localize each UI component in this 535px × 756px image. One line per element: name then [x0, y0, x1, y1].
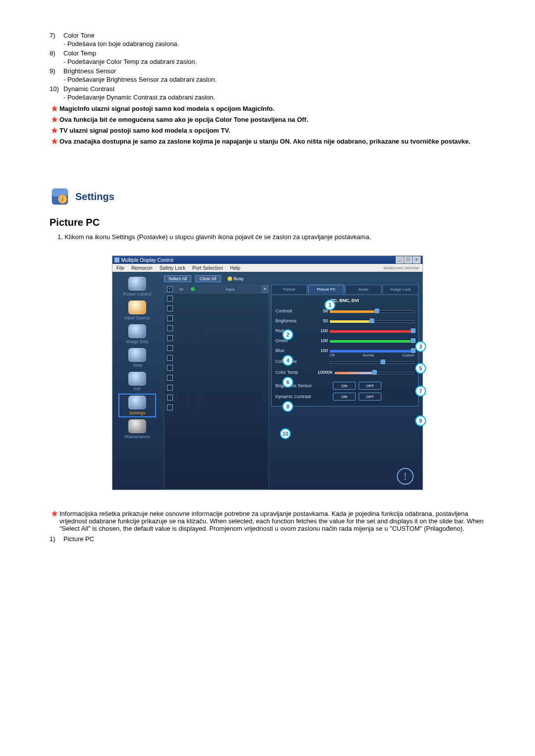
brand-label: SAMSUNG DIGITall [383, 266, 419, 270]
bsensor-off-button[interactable]: OFF [359, 382, 381, 390]
brightness-slider[interactable] [330, 319, 414, 323]
star-icon [50, 105, 59, 113]
colortemp-slider[interactable] [335, 370, 414, 374]
list-desc: - Podešavanje Color Temp za odabrani zas… [63, 58, 490, 65]
table-row[interactable] [164, 313, 268, 323]
input-icon [128, 301, 146, 314]
list-desc: - Podešavanje Brightness Sensor za odabr… [63, 76, 490, 83]
close-button[interactable]: × [413, 256, 421, 263]
grid-header: ID Input ▲ [164, 285, 268, 294]
colortone-slider[interactable]: OffNormalCustom [330, 358, 414, 365]
sidebar-settings[interactable]: Settings [119, 395, 155, 416]
menu-bar: File Remocon Safety Lock Port Selection … [112, 264, 423, 272]
sidebar-pip[interactable]: PIP [119, 371, 155, 393]
picture-pc-heading: Picture PC [50, 217, 490, 228]
callout-4: 4 [282, 355, 293, 366]
sidebar-image-size[interactable]: Image Size [119, 323, 155, 345]
maximize-button[interactable]: □ [404, 256, 412, 263]
checkbox-icon[interactable] [167, 385, 173, 391]
sidebar-input-source[interactable]: Input Source [119, 300, 155, 321]
menu-remocon[interactable]: Remocon [131, 265, 153, 271]
list-item: 8) Color Temp - Podešavanje Color Temp z… [50, 50, 490, 65]
settings-heading: Settings [75, 191, 114, 202]
clear-all-button[interactable]: Clear All [195, 275, 221, 282]
tab-image-lock[interactable]: Image Lock [382, 285, 419, 294]
table-row[interactable] [164, 303, 268, 313]
app-icon [114, 257, 119, 262]
intro-text: 1. Klikom na ikonu Settings (Postavke) u… [57, 233, 490, 241]
callout-5: 5 [415, 363, 426, 374]
svg-text:i: i [62, 196, 63, 203]
panel-body: PC, BNC, DVI Contrast 56 Brightness 50 [271, 295, 419, 406]
tab-picture[interactable]: Picture [271, 285, 307, 294]
table-row[interactable] [164, 323, 268, 333]
minimize-button[interactable]: _ [396, 256, 404, 263]
checkbox-icon[interactable] [167, 365, 173, 371]
checkbox-icon[interactable] [167, 325, 173, 331]
dcontrast-on-button[interactable]: ON [333, 393, 356, 401]
row-red: Red 100 [275, 326, 414, 336]
menu-portselection[interactable]: Port Selection [192, 265, 223, 271]
bsensor-on-button[interactable]: ON [333, 382, 356, 390]
green-slider[interactable] [330, 339, 414, 343]
table-row[interactable] [164, 403, 268, 412]
checkbox-icon[interactable] [167, 345, 173, 351]
red-slider[interactable] [330, 329, 414, 333]
callout-3: 3 [415, 341, 426, 352]
list-item: 10) Dynamic Contrast - Podešavanje Dynam… [50, 85, 490, 101]
checkbox-icon[interactable] [167, 404, 173, 410]
table-row[interactable] [164, 373, 268, 383]
checkbox-icon[interactable] [167, 296, 173, 302]
grid-rows [164, 294, 268, 417]
star-note: MagicInfo ulazni signal postoji samo kod… [50, 105, 490, 113]
checkbox-icon[interactable] [167, 286, 173, 292]
list-num: 7) [50, 32, 63, 48]
power-icon [128, 277, 146, 291]
callout-9: 9 [415, 415, 426, 426]
select-all-button[interactable]: Select All [164, 275, 191, 282]
sidebar-time[interactable]: Time [119, 347, 155, 369]
row-colortone: Color Tone OffNormalCustom [275, 355, 414, 367]
table-row[interactable] [164, 343, 268, 353]
tab-picture-pc[interactable]: Picture PC [308, 285, 344, 294]
window-title: Multiple Display Control [121, 257, 173, 263]
list-num: 10) [50, 85, 63, 101]
busy-indicator: Busy [228, 276, 244, 281]
row-brightness: Brightness 50 [275, 316, 414, 326]
star-icon [50, 116, 59, 124]
table-row[interactable] [164, 393, 268, 403]
screenshot-container: Multiple Display Control _ □ × File Remo… [45, 255, 490, 490]
menu-help[interactable]: Help [230, 265, 240, 271]
blue-slider[interactable] [330, 349, 414, 353]
sidebar-maintenance[interactable]: Maintenance [119, 418, 155, 440]
checkbox-icon[interactable] [167, 355, 173, 361]
list-title: Brightness Sensor [63, 67, 490, 75]
checkbox-icon[interactable] [167, 315, 173, 321]
contrast-slider[interactable] [330, 309, 414, 313]
tab-audio[interactable]: Audio [345, 285, 381, 294]
checkbox-icon[interactable] [167, 305, 173, 311]
grid-col-check[interactable] [164, 285, 176, 293]
scroll-up-icon[interactable]: ▲ [262, 286, 268, 293]
table-row[interactable] [164, 294, 268, 303]
star-note: Ova funkcija bit će omogućena samo ako j… [50, 116, 490, 124]
menu-file[interactable]: File [116, 265, 124, 271]
table-row[interactable] [164, 333, 268, 343]
sidebar: Power Control Input Source Image Size Ti… [112, 272, 162, 490]
table-row[interactable] [164, 383, 268, 393]
checkbox-icon[interactable] [167, 395, 173, 401]
list-item: 7) Color Tone - Podešava ton boje odabra… [50, 32, 490, 48]
star-note: TV ulazni signal postoji samo kod modela… [50, 127, 490, 135]
callout-2: 2 [282, 329, 293, 340]
table-row[interactable] [164, 363, 268, 373]
callout-8: 8 [282, 401, 293, 412]
info-grid: ID Input ▲ [164, 285, 269, 490]
table-row[interactable] [164, 353, 268, 363]
list-title: Dynamic Contrast [63, 85, 490, 93]
checkbox-icon[interactable] [167, 375, 173, 381]
dcontrast-off-button[interactable]: OFF [359, 393, 381, 401]
checkbox-icon[interactable] [167, 335, 173, 341]
menu-safetylock[interactable]: Safety Lock [160, 265, 185, 271]
sidebar-power-control[interactable]: Power Control [119, 276, 155, 298]
info-circle-icon[interactable]: ! [397, 468, 414, 485]
